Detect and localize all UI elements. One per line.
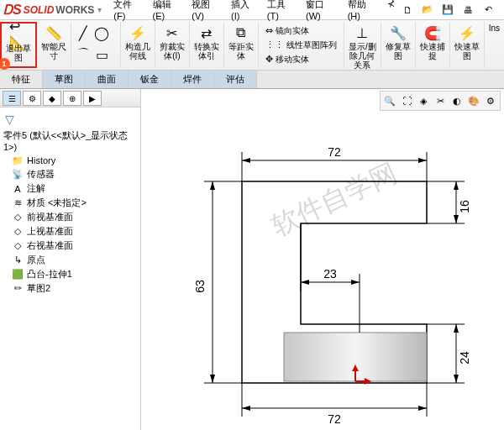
svg-marker-27 <box>454 215 459 223</box>
line-button[interactable]: ╱ <box>74 22 92 44</box>
save-icon[interactable]: 💾 <box>440 3 455 18</box>
tree-item-label: 传感器 <box>27 168 55 181</box>
trim-label: 剪裁实 体(I) <box>160 42 185 60</box>
tree-item-label: 草图2 <box>27 282 50 295</box>
config-tab-icon[interactable]: ⚙ <box>23 91 41 106</box>
svg-marker-32 <box>454 375 459 383</box>
dim-left: 63 <box>193 280 207 293</box>
move-icon: ✥ <box>265 54 273 65</box>
construct-geom-button[interactable]: ⚡ 构造几 何线 <box>123 22 152 62</box>
circle-button[interactable]: ◯ <box>92 22 111 44</box>
trim-icon: ✂ <box>163 24 181 42</box>
line-icon: ╱ <box>74 24 92 42</box>
ribbon: ↩📐 退出草 图 1 📏 智能尺 寸 ╱ ◯ ⌒ ▭ ∿ • ⚡ 构造几 何线 … <box>0 20 504 71</box>
tab-surface[interactable]: 曲面 <box>86 71 129 88</box>
tree-item[interactable]: ≋材质 <未指定> <box>3 196 137 210</box>
tree-item-label: 注解 <box>27 182 45 195</box>
menu-file[interactable]: 文件(F) <box>108 0 147 23</box>
filter-icon[interactable]: ▽ <box>3 111 137 128</box>
tree-item[interactable]: ◇右视基准面 <box>3 239 137 253</box>
tree-item[interactable]: A注解 <box>3 181 137 196</box>
main-area: ☰ ⚙ ◆ ⊕ ▶ ▽ 零件5 (默认<<默认>_显示状态 1>) 📁Histo… <box>0 89 504 430</box>
rapid-icon: ⚡ <box>458 24 476 42</box>
tab-sheet[interactable]: 钣金 <box>129 71 171 88</box>
offset-button[interactable]: ⧉ 等距实 体 <box>227 22 255 62</box>
display-tab-icon[interactable]: ⊕ <box>63 91 81 106</box>
tab-feature[interactable]: 特征 <box>0 71 43 88</box>
tree-item-icon: 📁 <box>12 155 24 166</box>
menu-insert[interactable]: 插入(I) <box>226 0 262 23</box>
tree-item[interactable]: 🟩凸台-拉伸1 <box>3 267 137 281</box>
instant-button[interactable]: Ins <box>487 22 501 34</box>
sketch-drawing: 72 72 63 23 <box>141 89 504 430</box>
tree-item[interactable]: ✏草图2 <box>3 281 137 296</box>
construct-label: 构造几 何线 <box>125 42 150 60</box>
repair-icon: 🔧 <box>389 24 407 42</box>
rapid-label: 快速草 图 <box>454 42 480 60</box>
move-button[interactable]: ✥移动实体 <box>264 52 311 66</box>
svg-marker-11 <box>242 406 250 411</box>
tree-item[interactable]: 📁History <box>3 154 137 167</box>
logo-icon: ᎠS <box>3 3 22 18</box>
extra-tab-icon[interactable]: ▶ <box>83 91 102 106</box>
dim-mid: 23 <box>323 267 337 281</box>
dim-right-top: 16 <box>458 200 471 213</box>
panel-tab-strip: ☰ ⚙ ◆ ⊕ ▶ <box>0 89 140 108</box>
offset-icon: ⧉ <box>232 24 250 42</box>
tree-item-icon: ✏ <box>12 283 24 295</box>
mirror-button[interactable]: ⇔镜向实体 <box>264 24 311 38</box>
tree-item-icon: ≋ <box>12 197 24 209</box>
smart-dimension-button[interactable]: 📏 智能尺 寸 <box>39 22 68 62</box>
menu-window[interactable]: 窗口(W) <box>301 0 343 23</box>
menu-pin-icon[interactable]: ⊀ <box>382 0 400 23</box>
dim-bottom: 72 <box>328 412 341 426</box>
menu-tools[interactable]: 工具(T) <box>262 0 301 23</box>
menu-help[interactable]: 帮助(H) <box>343 0 382 23</box>
svg-marker-7 <box>418 158 427 163</box>
tree-item[interactable]: ↳原点 <box>3 253 137 267</box>
convert-button[interactable]: ⇄ 转换实 体引 <box>192 22 221 62</box>
svg-marker-31 <box>454 324 459 333</box>
pattern-button[interactable]: ⋮⋮线性草图阵列 <box>264 38 339 52</box>
snap-label: 快速捕 捉 <box>420 42 445 60</box>
relations-icon: ⊥ <box>353 24 371 42</box>
open-icon[interactable]: 📂 <box>420 3 435 18</box>
tree-item-icon: ◇ <box>12 212 24 223</box>
tree-item[interactable]: ◇上视基准面 <box>3 224 137 239</box>
rect-button[interactable]: ▭ <box>92 44 111 66</box>
arc-icon: ⌒ <box>74 45 92 64</box>
new-icon[interactable]: 🗋 <box>400 3 415 18</box>
tab-eval[interactable]: 评估 <box>214 71 257 88</box>
arc-button[interactable]: ⌒ <box>74 44 92 66</box>
print-icon[interactable]: 🖶 <box>460 3 475 18</box>
repair-button[interactable]: 🔧 修复草 图 <box>384 22 412 62</box>
svg-marker-16 <box>210 181 215 190</box>
tree-item[interactable]: 📡传感器 <box>3 167 137 181</box>
tree-item-label: 原点 <box>27 254 45 266</box>
tab-weld[interactable]: 焊件 <box>171 71 214 88</box>
main-menu: 文件(F) 编辑(E) 视图(V) 插入(I) 工具(T) 窗口(W) 帮助(H… <box>108 0 400 23</box>
tree-item-label: 凸台-拉伸1 <box>27 268 72 281</box>
tree-item-label: History <box>27 155 55 165</box>
feature-tree-panel: ☰ ⚙ ◆ ⊕ ▶ ▽ 零件5 (默认<<默认>_显示状态 1>) 📁Histo… <box>0 89 141 430</box>
prop-tab-icon[interactable]: ◆ <box>43 91 61 106</box>
display-relations-button[interactable]: ⊥ 显示/删 除几何 关系 <box>347 22 378 71</box>
trim-button[interactable]: ✂ 剪裁实 体(I) <box>158 22 186 62</box>
svg-marker-22 <box>351 280 360 285</box>
svg-marker-26 <box>454 181 459 190</box>
menu-view[interactable]: 视图(V) <box>186 0 226 23</box>
exit-sketch-button[interactable]: ↩📐 退出草 图 <box>4 24 33 64</box>
graphics-viewport[interactable]: 🔍 ⛶ ◈ ✂ ◐ 🎨 ⚙ 软件自学网 <box>141 89 504 430</box>
dim-right-bot: 24 <box>458 351 471 364</box>
undo-icon[interactable]: ↶ <box>480 3 496 18</box>
snap-button[interactable]: 🧲 快速捕 捉 <box>418 22 447 62</box>
tree-item-icon: ◇ <box>12 240 24 252</box>
convert-label: 转换实 体引 <box>194 42 219 60</box>
tree-tab-icon[interactable]: ☰ <box>3 91 21 106</box>
dropdown-icon[interactable]: ▾ <box>97 5 102 14</box>
menu-edit[interactable]: 编辑(E) <box>148 0 187 23</box>
tree-item[interactable]: ◇前视基准面 <box>3 210 137 224</box>
rapid-button[interactable]: ⚡ 快速草 图 <box>453 22 481 62</box>
tab-sketch[interactable]: 草图 <box>43 71 86 88</box>
part-name[interactable]: 零件5 (默认<<默认>_显示状态 1>) <box>3 128 137 154</box>
